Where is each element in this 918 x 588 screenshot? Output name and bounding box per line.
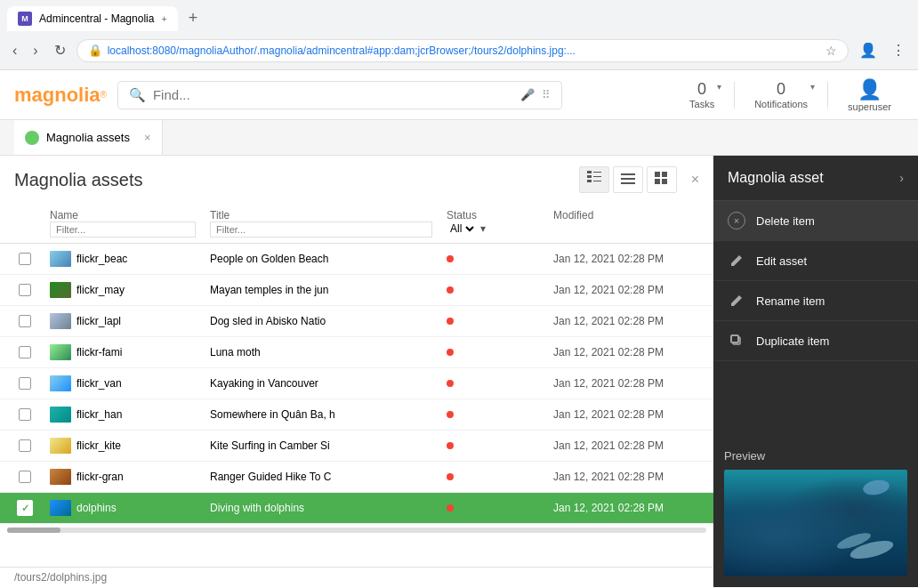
- tab-label: Magnolia assets: [46, 131, 130, 144]
- new-tab-button[interactable]: +: [181, 5, 205, 31]
- row-checkbox[interactable]: [7, 463, 43, 490]
- row-checkbox[interactable]: [7, 308, 43, 334]
- row-modified-cell: Jan 12, 2021 02:28 PM: [546, 277, 706, 303]
- row-checkbox[interactable]: [7, 246, 43, 272]
- title-filter-input[interactable]: [210, 222, 432, 238]
- svg-rect-3: [593, 172, 601, 173]
- breadcrumb: /tours2/dolphins.jpg: [14, 571, 107, 584]
- table-row[interactable]: flickr_hanSomewhere in Quân Ba, hJan 12,…: [0, 399, 713, 431]
- browser-titlebar: M Admincentral - Magnolia + +: [0, 0, 918, 31]
- row-name-cell: flickr-fami: [43, 337, 203, 367]
- notifications-arrow: ▾: [810, 82, 815, 92]
- row-status-cell: [439, 370, 546, 397]
- row-name-cell: flickr_van: [43, 368, 203, 399]
- row-title-cell: Diving with dolphins: [203, 495, 439, 521]
- table-row[interactable]: flickr_mayMayan temples in the junJan 12…: [0, 275, 713, 306]
- svg-rect-9: [655, 172, 660, 177]
- svg-rect-0: [587, 171, 592, 173]
- bookmark-icon[interactable]: ☆: [825, 44, 837, 58]
- address-text: localhost:8080/magnoliaAuthor/.magnolia/…: [108, 44, 820, 57]
- row-checkbox[interactable]: [7, 370, 43, 397]
- status-select[interactable]: All: [447, 222, 477, 236]
- row-modified-cell: Jan 12, 2021 02:28 PM: [546, 308, 706, 334]
- rename-icon: [728, 292, 745, 310]
- more-button[interactable]: ⋮: [886, 36, 911, 64]
- edit-asset-button[interactable]: Edit asset: [713, 241, 918, 281]
- row-modified-cell: Jan 12, 2021 02:28 PM: [546, 401, 706, 428]
- row-status-cell: [439, 495, 546, 521]
- tree-view-button[interactable]: [579, 166, 609, 193]
- apps-grid-icon[interactable]: ⠿: [542, 88, 551, 101]
- back-button[interactable]: ‹: [7, 39, 22, 62]
- mic-icon[interactable]: 🎤: [520, 88, 535, 101]
- status-dot: [447, 504, 454, 511]
- profile-button[interactable]: 👤: [854, 36, 882, 64]
- row-name: flickr_kite: [76, 439, 121, 452]
- table-header: Name Title Status All ▾: [0, 204, 713, 244]
- asset-panel-header: Magnolia assets: [0, 156, 713, 204]
- row-title-cell: Mayan temples in the jun: [203, 277, 439, 303]
- col-title: Title: [203, 204, 439, 243]
- row-checkbox[interactable]: [7, 432, 43, 459]
- name-filter-input[interactable]: [50, 222, 196, 238]
- tab-icon: [25, 131, 39, 145]
- edit-icon: [728, 252, 745, 270]
- search-bar[interactable]: 🔍 🎤 ⠿: [117, 81, 562, 109]
- app-tabs: Magnolia assets ×: [0, 120, 918, 156]
- forward-button[interactable]: ›: [28, 39, 43, 62]
- row-checkbox[interactable]: [7, 401, 43, 428]
- delete-item-button[interactable]: × Delete item: [713, 201, 918, 241]
- app-header: magnolia® 🔍 🎤 ⠿ 0 ▾ Tasks 0 ▾ Notificati…: [0, 70, 918, 120]
- browser-tab-label: Admincentral - Magnolia: [39, 12, 154, 25]
- row-status-cell: [439, 246, 546, 272]
- status-filter[interactable]: All ▾: [447, 222, 539, 236]
- tasks-button[interactable]: 0 ▾ Tasks: [677, 75, 727, 115]
- col-name: Name: [43, 204, 203, 243]
- list-view-button[interactable]: [613, 166, 643, 193]
- table-row[interactable]: flickr-granRanger Guided Hike To CJan 12…: [0, 462, 713, 493]
- svg-rect-11: [655, 179, 660, 184]
- row-status-cell: [439, 308, 546, 334]
- col-status-label: Status: [447, 209, 539, 222]
- grid-view-button[interactable]: [647, 166, 677, 193]
- row-checkbox[interactable]: ✓: [7, 493, 43, 523]
- table-row[interactable]: flickr-famiLuna mothJan 12, 2021 02:28 P…: [0, 337, 713, 368]
- svg-rect-6: [621, 173, 635, 175]
- reload-button[interactable]: ↻: [49, 38, 71, 62]
- table-row[interactable]: flickr_beacPeople on Golden BeachJan 12,…: [0, 244, 713, 275]
- row-name: flickr-gran: [76, 471, 124, 483]
- browser-tab-close[interactable]: +: [161, 13, 166, 24]
- rename-item-button[interactable]: Rename item: [713, 281, 918, 321]
- row-checkbox[interactable]: [7, 339, 43, 366]
- notifications-button[interactable]: 0 ▾ Notifications: [742, 75, 820, 115]
- panel-close-button[interactable]: ×: [691, 172, 699, 188]
- svg-rect-10: [662, 172, 667, 177]
- table-row[interactable]: flickr_kiteKite Surfing in Camber SiJan …: [0, 431, 713, 462]
- row-modified-cell: Jan 12, 2021 02:28 PM: [546, 246, 706, 272]
- address-bar[interactable]: 🔒 localhost:8080/magnoliaAuthor/.magnoli…: [76, 39, 849, 62]
- row-name-cell: flickr_kite: [43, 431, 203, 461]
- right-panel-header: Magnolia asset ›: [713, 156, 918, 201]
- header-divider-1: [734, 82, 735, 109]
- row-checkbox[interactable]: [7, 277, 43, 303]
- table-row[interactable]: flickr_laplDog sled in Abisko NatioJan 1…: [0, 306, 713, 337]
- dolphins-svg: [827, 523, 898, 568]
- browser-tab[interactable]: M Admincentral - Magnolia +: [7, 6, 178, 31]
- duplicate-item-button[interactable]: Duplicate item: [713, 321, 918, 361]
- tree-icon: [587, 171, 601, 185]
- user-button[interactable]: 👤 superuser: [835, 73, 904, 117]
- horizontal-scrollbar[interactable]: [7, 524, 706, 542]
- tab-close-icon[interactable]: ×: [144, 131, 151, 144]
- search-input[interactable]: [153, 87, 513, 102]
- table-row[interactable]: flickr_vanKayaking in VancouverJan 12, 2…: [0, 368, 713, 399]
- browser-chrome: M Admincentral - Magnolia + + ‹ › ↻ 🔒 lo…: [0, 0, 918, 70]
- status-dot: [447, 380, 454, 387]
- magnolia-assets-tab[interactable]: Magnolia assets ×: [14, 120, 163, 155]
- row-title-cell: Dog sled in Abisko Natio: [203, 308, 439, 334]
- col-modified: Modified: [546, 204, 706, 243]
- svg-rect-4: [593, 176, 601, 177]
- scrollbar-thumb[interactable]: [7, 528, 60, 533]
- table-row[interactable]: ✓dolphinsDiving with dolphinsJan 12, 202…: [0, 493, 713, 524]
- right-panel-arrow[interactable]: ›: [899, 171, 904, 185]
- svg-rect-1: [587, 175, 592, 178]
